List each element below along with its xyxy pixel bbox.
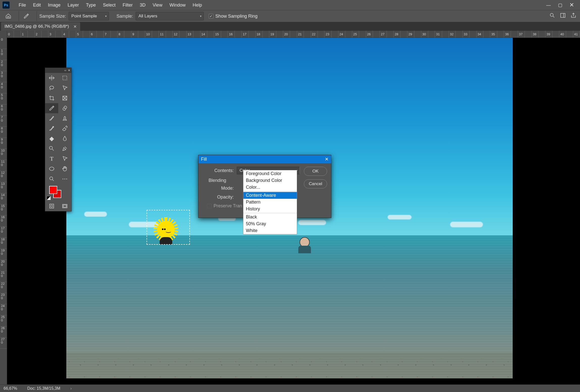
show-sampling-ring-checkbox[interactable]: ✓ <box>209 14 213 18</box>
move-tool[interactable] <box>45 73 58 83</box>
blur-tool[interactable] <box>58 133 71 144</box>
clone-stamp-tool[interactable] <box>58 113 71 123</box>
menu-filter[interactable]: Filter <box>119 1 136 10</box>
dropdown-option[interactable]: Pattern <box>243 199 297 206</box>
dropdown-option[interactable]: Content-Aware <box>243 192 297 199</box>
ruler-tick <box>111 31 118 38</box>
svg-point-3 <box>50 86 54 89</box>
edit-toolbar-button[interactable]: ⋯ <box>58 174 71 184</box>
menu-select[interactable]: Select <box>99 1 119 10</box>
ruler-tick <box>428 31 435 38</box>
dialog-titlebar[interactable]: Fill ✕ <box>198 155 331 163</box>
eyedropper-tool[interactable] <box>45 103 58 113</box>
share-icon[interactable] <box>570 12 576 20</box>
dialog-close-icon[interactable]: ✕ <box>325 156 329 162</box>
contents-label: Contents: <box>202 168 234 173</box>
eraser-tool[interactable] <box>58 123 71 133</box>
dropdown-option[interactable]: White <box>243 227 297 234</box>
ruler-tick <box>221 31 228 38</box>
window-minimize-button[interactable]: — <box>543 1 554 9</box>
menu-type[interactable]: Type <box>82 1 99 10</box>
menu-view[interactable]: View <box>149 1 166 10</box>
workspace: 0102030405060708090100110120130140150160… <box>0 31 580 384</box>
ruler-tick <box>152 31 159 38</box>
ruler-tick: 38 <box>532 31 539 38</box>
healing-tool[interactable] <box>58 103 71 113</box>
window-maximize-button[interactable]: ▢ <box>554 1 566 9</box>
close-tab-icon[interactable]: ✕ <box>73 24 77 29</box>
ok-button[interactable]: OK <box>304 167 327 176</box>
workspace-icon[interactable] <box>560 12 566 20</box>
ruler-tick <box>235 31 242 38</box>
ruler-tick <box>166 31 173 38</box>
image-sea <box>66 235 513 378</box>
options-bar: Sample Size: Point Sample▾ Sample: All L… <box>0 10 580 22</box>
ruler-tick <box>359 31 366 38</box>
collapse-icon[interactable]: ‹‹ <box>64 69 66 72</box>
menu-image[interactable]: Image <box>44 1 64 10</box>
window-close-button[interactable]: ✕ <box>566 1 577 9</box>
document-tab[interactable]: IMG_0486.jpg @ 66,7% (RGB/8*) ✕ <box>1 22 80 31</box>
home-icon[interactable] <box>4 11 13 21</box>
dropdown-option[interactable]: Black <box>243 214 297 220</box>
close-icon[interactable]: ✕ <box>68 69 70 72</box>
dropdown-option[interactable]: Foreground Color <box>243 170 297 177</box>
ruler-tick <box>511 31 518 38</box>
ruler-tick: 180 <box>0 238 7 249</box>
shape-tool[interactable] <box>45 164 58 174</box>
frame-tool[interactable] <box>58 93 71 103</box>
screen-mode-button[interactable] <box>58 201 71 211</box>
marquee-selection[interactable] <box>147 210 190 245</box>
ruler-tick: 12 <box>173 31 180 38</box>
sample-size-select[interactable]: Point Sample▾ <box>69 12 109 20</box>
zoom-level[interactable]: 66,67% <box>4 386 17 391</box>
status-chevron-icon[interactable]: › <box>70 386 72 391</box>
sample-select[interactable]: All Layers▾ <box>136 12 204 20</box>
menu-3d[interactable]: 3D <box>136 1 149 10</box>
contents-dropdown-list[interactable]: Foreground ColorBackground ColorColor...… <box>243 170 297 234</box>
tools-panel[interactable]: ‹‹ ✕ T ⋯ <box>45 68 72 211</box>
ruler-tick: 9 <box>131 31 138 38</box>
foreground-color-swatch[interactable] <box>49 186 57 194</box>
menu-file[interactable]: File <box>15 1 30 10</box>
eyedropper-tool-icon[interactable] <box>21 11 31 21</box>
hand-tool[interactable] <box>58 164 71 174</box>
ruler-tick <box>387 31 394 38</box>
marquee-tool[interactable] <box>58 73 71 83</box>
pen-tool[interactable] <box>58 144 71 154</box>
dropdown-option[interactable]: Background Color <box>243 177 297 184</box>
menu-layer[interactable]: Layer <box>64 1 82 10</box>
ruler-tick: 41 <box>573 31 580 38</box>
quick-select-tool[interactable] <box>58 83 71 93</box>
path-select-tool[interactable] <box>58 154 71 164</box>
brush-tool[interactable] <box>45 113 58 123</box>
quick-mask-button[interactable] <box>45 201 58 211</box>
crop-tool[interactable] <box>45 93 58 103</box>
color-swatches[interactable] <box>45 184 71 201</box>
zoom-tool[interactable] <box>45 174 58 184</box>
menu-window[interactable]: Window <box>166 1 189 10</box>
ruler-tick: 14 <box>200 31 207 38</box>
doc-size[interactable]: Doc: 15,3M/15,3M <box>27 386 60 391</box>
lasso-tool[interactable] <box>45 83 58 93</box>
dodge-tool[interactable] <box>45 144 58 154</box>
svg-point-7 <box>49 146 52 149</box>
menu-help[interactable]: Help <box>189 1 206 10</box>
dropdown-option[interactable]: 50% Gray <box>243 220 297 227</box>
type-tool[interactable]: T <box>45 154 58 164</box>
default-colors-icon[interactable] <box>47 196 51 200</box>
ruler-tick: 30 <box>0 71 7 82</box>
search-icon[interactable] <box>549 12 555 20</box>
menu-edit[interactable]: Edit <box>30 1 44 10</box>
dropdown-option[interactable]: Color... <box>243 184 297 191</box>
cancel-button[interactable]: Cancel <box>304 179 327 188</box>
ruler-tick: 150 <box>0 204 7 215</box>
ruler-tick: 37 <box>518 31 525 38</box>
ruler-tick: 20 <box>283 31 290 38</box>
gradient-tool[interactable] <box>45 133 58 144</box>
preserve-transparency-label: Preserve Tran <box>214 203 242 209</box>
ruler-tick: 230 <box>0 293 7 304</box>
history-brush-tool[interactable] <box>45 123 58 133</box>
dropdown-option[interactable]: History <box>243 206 297 212</box>
tools-panel-header[interactable]: ‹‹ ✕ <box>45 68 71 73</box>
